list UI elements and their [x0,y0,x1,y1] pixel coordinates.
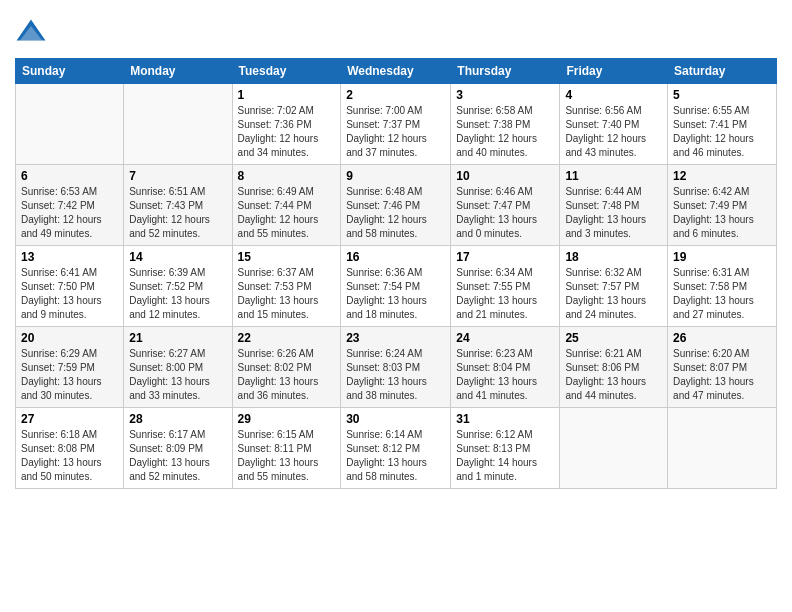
weekday-header-thursday: Thursday [451,59,560,84]
calendar-cell: 21Sunrise: 6:27 AM Sunset: 8:00 PM Dayli… [124,327,232,408]
calendar-week-5: 27Sunrise: 6:18 AM Sunset: 8:08 PM Dayli… [16,408,777,489]
day-info: Sunrise: 6:51 AM Sunset: 7:43 PM Dayligh… [129,185,226,241]
day-info: Sunrise: 6:55 AM Sunset: 7:41 PM Dayligh… [673,104,771,160]
calendar-header-row: SundayMondayTuesdayWednesdayThursdayFrid… [16,59,777,84]
day-number: 22 [238,331,336,345]
day-info: Sunrise: 6:12 AM Sunset: 8:13 PM Dayligh… [456,428,554,484]
day-number: 6 [21,169,118,183]
calendar-cell [668,408,777,489]
calendar-cell: 27Sunrise: 6:18 AM Sunset: 8:08 PM Dayli… [16,408,124,489]
weekday-header-wednesday: Wednesday [341,59,451,84]
calendar-cell: 12Sunrise: 6:42 AM Sunset: 7:49 PM Dayli… [668,165,777,246]
calendar-cell [16,84,124,165]
day-number: 8 [238,169,336,183]
day-info: Sunrise: 7:00 AM Sunset: 7:37 PM Dayligh… [346,104,445,160]
weekday-header-saturday: Saturday [668,59,777,84]
day-number: 12 [673,169,771,183]
day-number: 14 [129,250,226,264]
calendar-week-3: 13Sunrise: 6:41 AM Sunset: 7:50 PM Dayli… [16,246,777,327]
calendar-cell: 31Sunrise: 6:12 AM Sunset: 8:13 PM Dayli… [451,408,560,489]
calendar-cell: 23Sunrise: 6:24 AM Sunset: 8:03 PM Dayli… [341,327,451,408]
calendar-cell: 13Sunrise: 6:41 AM Sunset: 7:50 PM Dayli… [16,246,124,327]
day-number: 27 [21,412,118,426]
day-number: 21 [129,331,226,345]
day-info: Sunrise: 6:56 AM Sunset: 7:40 PM Dayligh… [565,104,662,160]
calendar-cell: 22Sunrise: 6:26 AM Sunset: 8:02 PM Dayli… [232,327,341,408]
calendar-week-2: 6Sunrise: 6:53 AM Sunset: 7:42 PM Daylig… [16,165,777,246]
calendar-cell: 4Sunrise: 6:56 AM Sunset: 7:40 PM Daylig… [560,84,668,165]
day-info: Sunrise: 6:21 AM Sunset: 8:06 PM Dayligh… [565,347,662,403]
calendar-cell: 17Sunrise: 6:34 AM Sunset: 7:55 PM Dayli… [451,246,560,327]
calendar-table: SundayMondayTuesdayWednesdayThursdayFrid… [15,58,777,489]
calendar-cell: 6Sunrise: 6:53 AM Sunset: 7:42 PM Daylig… [16,165,124,246]
calendar-cell [124,84,232,165]
calendar-cell: 18Sunrise: 6:32 AM Sunset: 7:57 PM Dayli… [560,246,668,327]
calendar-week-1: 1Sunrise: 7:02 AM Sunset: 7:36 PM Daylig… [16,84,777,165]
day-info: Sunrise: 6:58 AM Sunset: 7:38 PM Dayligh… [456,104,554,160]
calendar-cell: 9Sunrise: 6:48 AM Sunset: 7:46 PM Daylig… [341,165,451,246]
calendar-cell: 28Sunrise: 6:17 AM Sunset: 8:09 PM Dayli… [124,408,232,489]
day-info: Sunrise: 6:31 AM Sunset: 7:58 PM Dayligh… [673,266,771,322]
calendar-cell: 30Sunrise: 6:14 AM Sunset: 8:12 PM Dayli… [341,408,451,489]
day-number: 17 [456,250,554,264]
day-info: Sunrise: 6:18 AM Sunset: 8:08 PM Dayligh… [21,428,118,484]
calendar-cell: 10Sunrise: 6:46 AM Sunset: 7:47 PM Dayli… [451,165,560,246]
day-number: 23 [346,331,445,345]
calendar-cell: 7Sunrise: 6:51 AM Sunset: 7:43 PM Daylig… [124,165,232,246]
weekday-header-friday: Friday [560,59,668,84]
calendar-cell: 3Sunrise: 6:58 AM Sunset: 7:38 PM Daylig… [451,84,560,165]
day-info: Sunrise: 6:24 AM Sunset: 8:03 PM Dayligh… [346,347,445,403]
weekday-header-sunday: Sunday [16,59,124,84]
day-info: Sunrise: 6:36 AM Sunset: 7:54 PM Dayligh… [346,266,445,322]
day-info: Sunrise: 7:02 AM Sunset: 7:36 PM Dayligh… [238,104,336,160]
calendar-body: 1Sunrise: 7:02 AM Sunset: 7:36 PM Daylig… [16,84,777,489]
logo [15,18,51,50]
day-info: Sunrise: 6:26 AM Sunset: 8:02 PM Dayligh… [238,347,336,403]
day-info: Sunrise: 6:17 AM Sunset: 8:09 PM Dayligh… [129,428,226,484]
day-info: Sunrise: 6:32 AM Sunset: 7:57 PM Dayligh… [565,266,662,322]
day-number: 25 [565,331,662,345]
day-number: 19 [673,250,771,264]
day-number: 29 [238,412,336,426]
calendar-week-4: 20Sunrise: 6:29 AM Sunset: 7:59 PM Dayli… [16,327,777,408]
day-info: Sunrise: 6:27 AM Sunset: 8:00 PM Dayligh… [129,347,226,403]
day-number: 18 [565,250,662,264]
day-number: 10 [456,169,554,183]
day-number: 16 [346,250,445,264]
day-info: Sunrise: 6:48 AM Sunset: 7:46 PM Dayligh… [346,185,445,241]
day-info: Sunrise: 6:46 AM Sunset: 7:47 PM Dayligh… [456,185,554,241]
calendar-cell: 15Sunrise: 6:37 AM Sunset: 7:53 PM Dayli… [232,246,341,327]
day-info: Sunrise: 6:14 AM Sunset: 8:12 PM Dayligh… [346,428,445,484]
day-info: Sunrise: 6:23 AM Sunset: 8:04 PM Dayligh… [456,347,554,403]
calendar-cell: 1Sunrise: 7:02 AM Sunset: 7:36 PM Daylig… [232,84,341,165]
day-number: 1 [238,88,336,102]
calendar-cell: 11Sunrise: 6:44 AM Sunset: 7:48 PM Dayli… [560,165,668,246]
calendar-cell: 2Sunrise: 7:00 AM Sunset: 7:37 PM Daylig… [341,84,451,165]
day-number: 28 [129,412,226,426]
day-info: Sunrise: 6:15 AM Sunset: 8:11 PM Dayligh… [238,428,336,484]
calendar-cell: 26Sunrise: 6:20 AM Sunset: 8:07 PM Dayli… [668,327,777,408]
page-header [15,10,777,50]
day-number: 20 [21,331,118,345]
day-info: Sunrise: 6:41 AM Sunset: 7:50 PM Dayligh… [21,266,118,322]
day-number: 24 [456,331,554,345]
calendar-cell: 5Sunrise: 6:55 AM Sunset: 7:41 PM Daylig… [668,84,777,165]
logo-icon [15,18,47,50]
day-number: 9 [346,169,445,183]
day-info: Sunrise: 6:42 AM Sunset: 7:49 PM Dayligh… [673,185,771,241]
calendar-cell: 19Sunrise: 6:31 AM Sunset: 7:58 PM Dayli… [668,246,777,327]
day-number: 13 [21,250,118,264]
weekday-header-monday: Monday [124,59,232,84]
calendar-cell: 16Sunrise: 6:36 AM Sunset: 7:54 PM Dayli… [341,246,451,327]
day-number: 11 [565,169,662,183]
day-number: 4 [565,88,662,102]
day-number: 30 [346,412,445,426]
day-number: 3 [456,88,554,102]
weekday-header-tuesday: Tuesday [232,59,341,84]
day-info: Sunrise: 6:39 AM Sunset: 7:52 PM Dayligh… [129,266,226,322]
calendar-cell: 14Sunrise: 6:39 AM Sunset: 7:52 PM Dayli… [124,246,232,327]
day-info: Sunrise: 6:44 AM Sunset: 7:48 PM Dayligh… [565,185,662,241]
day-info: Sunrise: 6:34 AM Sunset: 7:55 PM Dayligh… [456,266,554,322]
day-info: Sunrise: 6:53 AM Sunset: 7:42 PM Dayligh… [21,185,118,241]
calendar-cell: 24Sunrise: 6:23 AM Sunset: 8:04 PM Dayli… [451,327,560,408]
